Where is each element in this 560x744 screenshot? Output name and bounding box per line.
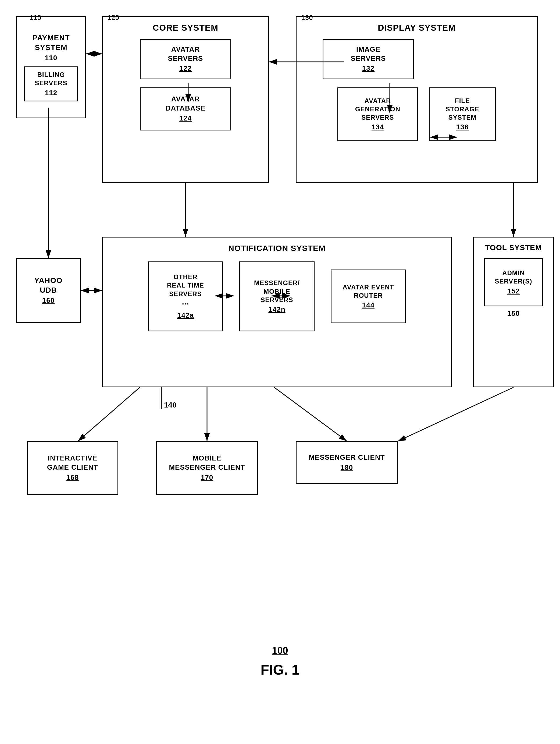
- tool-system-ref: 150: [507, 309, 520, 318]
- avatar-event-router-box: AVATAR EVENT ROUTER 144: [331, 269, 406, 323]
- interactive-game-client-ref: 168: [67, 473, 79, 482]
- svg-line-15: [398, 387, 514, 441]
- admin-servers-ref: 152: [507, 287, 520, 296]
- messenger-client-ref: 180: [341, 463, 353, 472]
- admin-servers-label: ADMIN SERVER(S): [495, 269, 532, 285]
- avatar-event-router-ref: 144: [362, 301, 374, 310]
- other-real-time-servers-box: OTHER REAL TIME SERVERS ··· 142a: [148, 261, 223, 331]
- tool-system-outer: TOOL SYSTEM ADMIN SERVER(S) 152 150: [473, 237, 554, 387]
- billing-servers-ref: 112: [45, 88, 57, 98]
- payment-system-ref: 110: [45, 53, 57, 63]
- avatar-event-router-label: AVATAR EVENT ROUTER: [343, 283, 394, 300]
- yahoo-udb-ref: 160: [42, 296, 54, 305]
- mobile-messenger-client-box: MOBILE MESSENGER CLIENT 170: [156, 441, 258, 495]
- mobile-messenger-client-label: MOBILE MESSENGER CLIENT: [169, 454, 245, 472]
- messenger-mobile-ref: 142n: [268, 305, 285, 314]
- payment-system-outer: PAYMENT SYSTEM 110 BILLING SERVERS 112: [16, 16, 86, 118]
- yahoo-udb-label: YAHOO UDB: [34, 276, 63, 295]
- svg-line-12: [78, 387, 140, 441]
- file-storage-system-box: FILE STORAGE SYSTEM 136: [429, 87, 496, 141]
- ref-120: 120: [108, 13, 119, 22]
- mobile-messenger-client-ref: 170: [201, 473, 213, 482]
- payment-system-label: PAYMENT SYSTEM: [32, 33, 70, 53]
- messenger-mobile-label: MESSENGER/ MOBILE SERVERS: [254, 279, 300, 304]
- other-real-time-ref: 142a: [177, 311, 194, 320]
- avatar-database-box: AVATAR DATABASE 124: [140, 87, 231, 131]
- avatar-servers-box: AVATAR SERVERS 122: [140, 39, 231, 79]
- avatar-generation-ref: 134: [371, 123, 384, 132]
- interactive-game-client-box: INTERACTIVE GAME CLIENT 168: [27, 441, 118, 495]
- fig-ref-num: 100: [261, 645, 299, 656]
- billing-servers-label: BILLING SERVERS: [35, 71, 67, 87]
- image-servers-box: IMAGE SERVERS 132: [323, 39, 414, 79]
- notification-system-outer: NOTIFICATION SYSTEM OTHER REAL TIME SERV…: [102, 237, 452, 387]
- display-system-label: DISPLAY SYSTEM: [378, 22, 456, 34]
- file-storage-ref: 136: [456, 123, 469, 132]
- notification-system-label: NOTIFICATION SYSTEM: [228, 243, 326, 253]
- image-servers-ref: 132: [362, 64, 374, 73]
- avatar-database-ref: 124: [179, 114, 192, 123]
- display-system-outer: DISPLAY SYSTEM IMAGE SERVERS 132 AVATAR …: [296, 16, 538, 183]
- messenger-mobile-servers-box: MESSENGER/ MOBILE SERVERS 142n: [239, 261, 315, 331]
- billing-servers-box: BILLING SERVERS 112: [24, 67, 78, 101]
- admin-servers-box: ADMIN SERVER(S) 152: [484, 258, 543, 306]
- tool-system-label: TOOL SYSTEM: [485, 243, 542, 253]
- file-storage-label: FILE STORAGE SYSTEM: [445, 97, 479, 122]
- core-system-label: CORE SYSTEM: [153, 22, 218, 34]
- yahoo-udb-box: YAHOO UDB 160: [16, 258, 81, 323]
- avatar-servers-ref: 122: [179, 64, 192, 73]
- avatar-generation-label: AVATAR GENERATION SERVERS: [355, 97, 400, 122]
- avatar-servers-label: AVATAR SERVERS: [168, 45, 203, 63]
- svg-text:140: 140: [164, 401, 176, 409]
- figure-label: 100 FIG. 1: [261, 645, 299, 678]
- avatar-database-label: AVATAR DATABASE: [166, 95, 206, 113]
- core-system-outer: CORE SYSTEM AVATAR SERVERS 122 AVATAR DA…: [102, 16, 269, 183]
- ref-110: 110: [30, 13, 41, 22]
- svg-line-14: [274, 387, 347, 441]
- fig-title: FIG. 1: [261, 662, 299, 677]
- interactive-game-client-label: INTERACTIVE GAME CLIENT: [47, 454, 98, 472]
- ref-130: 130: [301, 13, 313, 22]
- messenger-client-box: MESSENGER CLIENT 180: [296, 441, 398, 484]
- avatar-generation-servers-box: AVATAR GENERATION SERVERS 134: [337, 87, 418, 141]
- other-real-time-label: OTHER REAL TIME SERVERS: [167, 273, 204, 298]
- image-servers-label: IMAGE SERVERS: [351, 45, 386, 63]
- messenger-client-label: MESSENGER CLIENT: [309, 453, 385, 462]
